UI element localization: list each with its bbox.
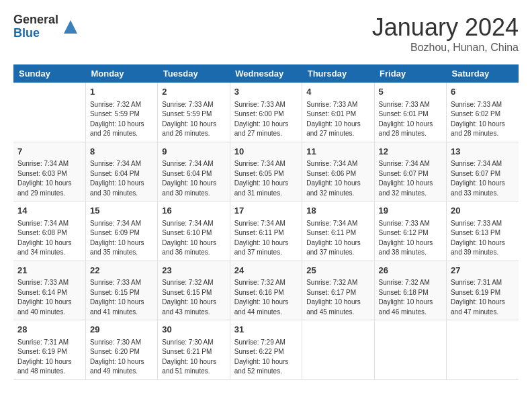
cell-content: Sunrise: 7:30 AM Sunset: 6:21 PM Dayligh… [162, 338, 225, 377]
cell-content: Sunrise: 7:34 AM Sunset: 6:07 PM Dayligh… [379, 159, 442, 198]
cell-content: Sunrise: 7:33 AM Sunset: 6:12 PM Dayligh… [379, 219, 442, 258]
calendar-cell: 24Sunrise: 7:32 AM Sunset: 6:16 PM Dayli… [230, 261, 302, 320]
calendar-cell: 3Sunrise: 7:33 AM Sunset: 6:00 PM Daylig… [230, 83, 302, 142]
cell-content: Sunrise: 7:33 AM Sunset: 6:01 PM Dayligh… [379, 100, 442, 139]
cell-content: Sunrise: 7:33 AM Sunset: 6:15 PM Dayligh… [90, 278, 153, 317]
calendar-cell: 12Sunrise: 7:34 AM Sunset: 6:07 PM Dayli… [374, 142, 446, 201]
day-number: 26 [379, 264, 442, 277]
cell-content: Sunrise: 7:29 AM Sunset: 6:22 PM Dayligh… [234, 338, 298, 377]
day-of-week-header: Thursday [302, 64, 374, 83]
day-of-week-header: Sunday [13, 64, 85, 83]
day-number: 28 [17, 323, 81, 336]
calendar-header-row: SundayMondayTuesdayWednesdayThursdayFrid… [13, 64, 519, 83]
logo: General Blue [13, 13, 80, 40]
day-number: 27 [451, 264, 515, 277]
calendar-cell: 18Sunrise: 7:34 AM Sunset: 6:11 PM Dayli… [302, 201, 374, 261]
calendar-cell: 16Sunrise: 7:34 AM Sunset: 6:10 PM Dayli… [158, 201, 230, 261]
cell-content: Sunrise: 7:33 AM Sunset: 6:02 PM Dayligh… [451, 100, 515, 139]
page-header: General Blue January 2024 Bozhou, Hunan,… [13, 13, 519, 54]
calendar-table: SundayMondayTuesdayWednesdayThursdayFrid… [13, 64, 519, 380]
calendar-cell: 21Sunrise: 7:33 AM Sunset: 6:14 PM Dayli… [13, 261, 85, 320]
logo-general-text: General [13, 13, 58, 27]
day-of-week-header: Wednesday [230, 64, 302, 83]
day-number: 22 [90, 264, 153, 277]
cell-content: Sunrise: 7:34 AM Sunset: 6:04 PM Dayligh… [162, 159, 225, 198]
calendar-cell: 28Sunrise: 7:31 AM Sunset: 6:19 PM Dayli… [13, 320, 85, 380]
cell-content: Sunrise: 7:33 AM Sunset: 6:13 PM Dayligh… [451, 219, 515, 258]
cell-content: Sunrise: 7:31 AM Sunset: 6:19 PM Dayligh… [17, 338, 81, 377]
calendar-cell [13, 83, 85, 142]
calendar-cell: 11Sunrise: 7:34 AM Sunset: 6:06 PM Dayli… [302, 142, 374, 201]
day-number: 18 [306, 204, 369, 218]
day-number: 10 [234, 145, 298, 158]
calendar-week-row: 28Sunrise: 7:31 AM Sunset: 6:19 PM Dayli… [13, 320, 519, 380]
day-number: 7 [17, 145, 81, 158]
day-number: 13 [451, 145, 515, 158]
day-of-week-header: Tuesday [158, 64, 230, 83]
day-number: 1 [90, 85, 153, 99]
calendar-cell: 10Sunrise: 7:34 AM Sunset: 6:05 PM Dayli… [230, 142, 302, 201]
cell-content: Sunrise: 7:31 AM Sunset: 6:19 PM Dayligh… [451, 278, 515, 317]
day-number: 9 [162, 145, 225, 158]
day-number: 11 [306, 145, 369, 158]
cell-content: Sunrise: 7:34 AM Sunset: 6:08 PM Dayligh… [17, 219, 81, 258]
calendar-cell: 14Sunrise: 7:34 AM Sunset: 6:08 PM Dayli… [13, 201, 85, 261]
day-of-week-header: Friday [374, 64, 446, 83]
calendar-week-row: 1Sunrise: 7:32 AM Sunset: 5:59 PM Daylig… [13, 83, 519, 142]
calendar-cell: 15Sunrise: 7:34 AM Sunset: 6:09 PM Dayli… [85, 201, 157, 261]
day-number: 3 [234, 85, 298, 99]
calendar-cell: 2Sunrise: 7:33 AM Sunset: 5:59 PM Daylig… [158, 83, 230, 142]
cell-content: Sunrise: 7:34 AM Sunset: 6:04 PM Dayligh… [90, 159, 153, 198]
calendar-cell: 4Sunrise: 7:33 AM Sunset: 6:01 PM Daylig… [302, 83, 374, 142]
calendar-cell: 13Sunrise: 7:34 AM Sunset: 6:07 PM Dayli… [447, 142, 519, 201]
day-number: 30 [162, 323, 225, 336]
calendar-cell: 30Sunrise: 7:30 AM Sunset: 6:21 PM Dayli… [158, 320, 230, 380]
calendar-cell: 22Sunrise: 7:33 AM Sunset: 6:15 PM Dayli… [85, 261, 157, 320]
day-number: 12 [379, 145, 442, 158]
calendar-cell: 27Sunrise: 7:31 AM Sunset: 6:19 PM Dayli… [447, 261, 519, 320]
cell-content: Sunrise: 7:34 AM Sunset: 6:06 PM Dayligh… [306, 159, 369, 198]
day-number: 19 [379, 204, 442, 218]
calendar-cell: 1Sunrise: 7:32 AM Sunset: 5:59 PM Daylig… [85, 83, 157, 142]
cell-content: Sunrise: 7:34 AM Sunset: 6:03 PM Dayligh… [17, 159, 81, 198]
day-number: 8 [90, 145, 153, 158]
logo-icon [61, 17, 80, 36]
cell-content: Sunrise: 7:32 AM Sunset: 6:15 PM Dayligh… [162, 278, 225, 317]
cell-content: Sunrise: 7:33 AM Sunset: 6:01 PM Dayligh… [306, 100, 369, 139]
calendar-cell: 20Sunrise: 7:33 AM Sunset: 6:13 PM Dayli… [447, 201, 519, 261]
day-number: 17 [234, 204, 298, 218]
cell-content: Sunrise: 7:33 AM Sunset: 5:59 PM Dayligh… [162, 100, 225, 139]
calendar-cell: 23Sunrise: 7:32 AM Sunset: 6:15 PM Dayli… [158, 261, 230, 320]
calendar-cell: 7Sunrise: 7:34 AM Sunset: 6:03 PM Daylig… [13, 142, 85, 201]
cell-content: Sunrise: 7:34 AM Sunset: 6:09 PM Dayligh… [90, 219, 153, 258]
day-number: 4 [306, 85, 369, 99]
calendar-cell: 26Sunrise: 7:32 AM Sunset: 6:18 PM Dayli… [374, 261, 446, 320]
day-of-week-header: Saturday [447, 64, 519, 83]
cell-content: Sunrise: 7:32 AM Sunset: 6:16 PM Dayligh… [234, 278, 298, 317]
day-number: 2 [162, 85, 225, 99]
month-year-title: January 2024 [372, 13, 519, 42]
cell-content: Sunrise: 7:30 AM Sunset: 6:20 PM Dayligh… [90, 338, 153, 377]
day-number: 14 [17, 204, 81, 218]
cell-content: Sunrise: 7:32 AM Sunset: 6:17 PM Dayligh… [306, 278, 369, 317]
calendar-cell: 29Sunrise: 7:30 AM Sunset: 6:20 PM Dayli… [85, 320, 157, 380]
day-number: 20 [451, 204, 515, 218]
calendar-cell: 9Sunrise: 7:34 AM Sunset: 6:04 PM Daylig… [158, 142, 230, 201]
calendar-cell: 19Sunrise: 7:33 AM Sunset: 6:12 PM Dayli… [374, 201, 446, 261]
location-subtitle: Bozhou, Hunan, China [372, 42, 519, 54]
calendar-cell: 5Sunrise: 7:33 AM Sunset: 6:01 PM Daylig… [374, 83, 446, 142]
day-number: 16 [162, 204, 225, 218]
day-number: 23 [162, 264, 225, 277]
day-number: 6 [451, 85, 515, 99]
svg-marker-0 [64, 20, 77, 34]
calendar-cell: 6Sunrise: 7:33 AM Sunset: 6:02 PM Daylig… [447, 83, 519, 142]
calendar-week-row: 14Sunrise: 7:34 AM Sunset: 6:08 PM Dayli… [13, 201, 519, 261]
cell-content: Sunrise: 7:34 AM Sunset: 6:10 PM Dayligh… [162, 219, 225, 258]
day-number: 21 [17, 264, 81, 277]
cell-content: Sunrise: 7:32 AM Sunset: 6:18 PM Dayligh… [379, 278, 442, 317]
day-number: 31 [234, 323, 298, 336]
calendar-cell: 25Sunrise: 7:32 AM Sunset: 6:17 PM Dayli… [302, 261, 374, 320]
calendar-week-row: 7Sunrise: 7:34 AM Sunset: 6:03 PM Daylig… [13, 142, 519, 201]
title-block: January 2024 Bozhou, Hunan, China [372, 13, 519, 54]
cell-content: Sunrise: 7:34 AM Sunset: 6:11 PM Dayligh… [234, 219, 298, 258]
